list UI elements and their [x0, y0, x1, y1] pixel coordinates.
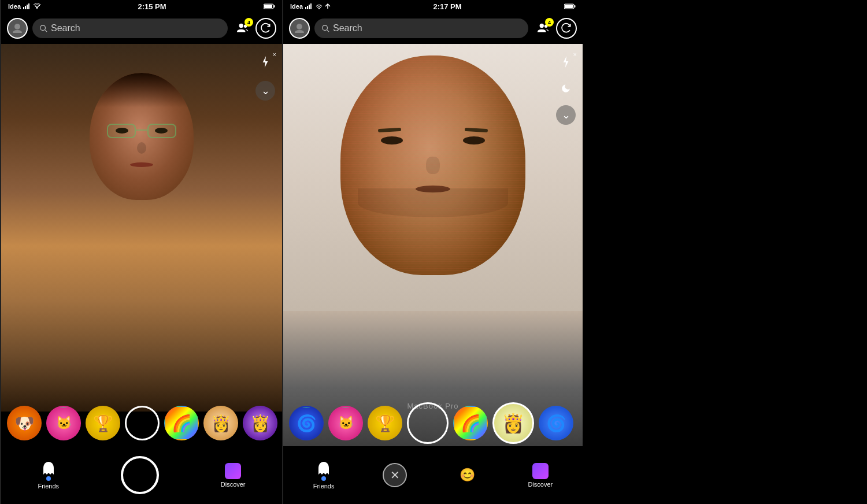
lens-item-1-active[interactable]: [125, 406, 160, 440]
lens-item-2-2[interactable]: 🏆: [368, 406, 402, 440]
discover-nav-2[interactable]: Discover: [528, 463, 553, 488]
flash-icon-2: [561, 55, 571, 68]
profile-icon-1: [12, 23, 23, 34]
status-right-1: [264, 3, 275, 9]
lens-item-1-5[interactable]: 👸: [203, 406, 238, 440]
rotate-camera-btn-1[interactable]: [255, 18, 276, 39]
lens-item-1-6[interactable]: 👸: [243, 406, 277, 440]
profile-icon-2: [294, 23, 305, 34]
friends-label-1: Friends: [38, 483, 59, 490]
safe-badge-2-1: SAFE: [338, 406, 354, 407]
top-bar-right-2: 4: [535, 18, 577, 39]
svg-rect-16: [310, 3, 312, 9]
flash-btn-2[interactable]: [556, 52, 576, 72]
friends-label-2: Friends: [313, 483, 335, 490]
lens-item-2-angel[interactable]: 👸: [492, 402, 534, 444]
friends-nav-2[interactable]: Friends: [313, 461, 335, 490]
svg-point-17: [318, 8, 320, 9]
rotate-icon-1: [260, 23, 272, 34]
svg-point-21: [297, 24, 302, 29]
svg-point-8: [14, 24, 20, 29]
flash-btn-1[interactable]: [255, 52, 275, 72]
friend-count-badge-1: 4: [244, 18, 253, 27]
svg-rect-3: [28, 3, 29, 9]
battery-icon-2: [564, 3, 576, 9]
close-icon-2: ✕: [390, 468, 400, 482]
svg-point-9: [40, 25, 46, 31]
search-icon-2: [321, 24, 329, 32]
lens-item-2-0[interactable]: 🌀 SAFE: [289, 406, 324, 440]
svg-rect-1: [25, 6, 26, 9]
lens-item-1-3[interactable]: 🏆: [86, 406, 120, 440]
carrier-2: Idea: [290, 3, 303, 10]
friends-dot-1: [46, 476, 51, 481]
wifi-icon-1: [34, 3, 40, 9]
svg-rect-2: [27, 5, 28, 9]
chevron-down-btn-2[interactable]: ⌄: [556, 105, 576, 125]
shutter-inner-1: [125, 460, 155, 490]
time-2: 2:17 PM: [433, 2, 461, 11]
friends-dot-2: [321, 476, 326, 481]
svg-rect-7: [264, 5, 272, 8]
status-bar-2: Idea 2:17 PM: [283, 0, 583, 13]
friends-ghost-icon-1: [40, 461, 57, 477]
svg-rect-19: [575, 5, 576, 8]
friend-badge-1[interactable]: 4: [235, 20, 251, 36]
svg-rect-15: [309, 5, 310, 9]
side-controls-2: ⌄: [556, 52, 576, 125]
lens-item-1-4[interactable]: 🌈: [164, 406, 199, 440]
bottom-bar-2: Friends ✕ 😊 Discover: [283, 446, 583, 504]
top-bar-right-1: 4: [235, 18, 276, 39]
search-bar-2[interactable]: Search: [314, 18, 528, 38]
camera-view-1: [1, 44, 282, 412]
svg-rect-20: [565, 5, 573, 8]
search-bar-1[interactable]: Search: [32, 18, 228, 38]
lens-item-2-3[interactable]: 🌈: [453, 406, 488, 440]
chevron-area-1: ⌄: [255, 81, 275, 101]
night-mode-btn-2[interactable]: [556, 79, 576, 98]
search-text-2: Search: [333, 23, 362, 34]
lens-item-2-1[interactable]: 🐱 SAFE: [328, 406, 363, 440]
discover-label-1: Discover: [221, 481, 246, 488]
friends-nav-1[interactable]: Friends: [38, 461, 59, 490]
discover-nav-1[interactable]: Discover: [221, 463, 246, 488]
lens-item-2-active[interactable]: [407, 402, 449, 444]
svg-point-11: [239, 24, 243, 28]
avatar-1[interactable]: [7, 18, 28, 39]
discover-label-2: Discover: [528, 481, 553, 488]
emoji-btn-2[interactable]: 😊: [455, 463, 480, 487]
lens-item-1-2[interactable]: 🐱 SAFE: [46, 406, 81, 440]
status-left-2: Idea: [290, 3, 331, 10]
svg-line-10: [45, 30, 47, 32]
search-icon-1: [39, 24, 47, 32]
time-1: 2:15 PM: [138, 2, 166, 11]
search-text-1: Search: [51, 23, 80, 34]
lens-tray-2: 🌀 SAFE 🐱 SAFE 🏆 🌈 👸 🌀: [283, 400, 583, 446]
bottom-bar-1: Friends Discover: [1, 446, 282, 504]
friends-ghost-icon-2: [316, 461, 332, 477]
close-btn-2[interactable]: ✕: [383, 463, 407, 487]
lens-item-1-1[interactable]: 🐶: [7, 406, 42, 440]
lens-item-2-4[interactable]: 🌀: [539, 406, 573, 440]
signal-icon-1: [23, 3, 31, 9]
svg-point-24: [540, 24, 544, 28]
face-emoji-icon-2: 😊: [460, 468, 475, 483]
discover-icon-2: [532, 463, 549, 479]
arrow-up-icon-2: [325, 3, 331, 9]
moon-icon-2: [561, 83, 571, 94]
friend-badge-2[interactable]: 4: [535, 20, 551, 36]
chevron-down-btn-1[interactable]: ⌄: [255, 81, 275, 101]
shutter-btn-1[interactable]: [121, 456, 159, 494]
svg-rect-13: [305, 7, 306, 9]
svg-rect-0: [23, 7, 24, 9]
status-right-2: [564, 3, 576, 9]
svg-point-4: [36, 8, 38, 9]
top-bar-1: Search 4: [1, 13, 282, 44]
svg-point-22: [323, 25, 328, 31]
top-bar-2: Search 4: [283, 13, 583, 44]
rotate-camera-btn-2[interactable]: [556, 18, 577, 39]
wifi-icon-2: [316, 3, 323, 9]
ghost-svg-1: [40, 461, 57, 477]
svg-line-23: [327, 30, 329, 32]
avatar-2[interactable]: [289, 18, 310, 39]
